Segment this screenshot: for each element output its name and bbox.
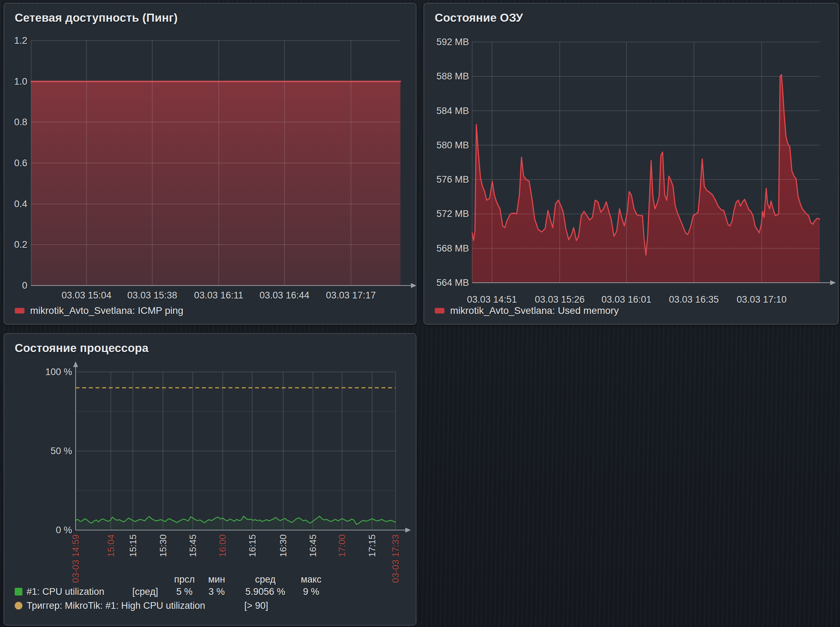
stat-max-value: 9 %	[283, 586, 339, 597]
y-tick-label: 0.2	[0, 239, 27, 250]
x-tick-label: 16:45	[308, 534, 318, 557]
ping-series-swatch	[15, 308, 25, 314]
panel-ram-state: Состояние ОЗУ mikrotik_Avto_Svetlana: Us…	[424, 3, 838, 325]
stats-header-min: мин	[189, 574, 245, 585]
y-tick-label: 576 MB	[424, 174, 469, 185]
y-tick-label: 1.2	[0, 35, 27, 46]
x-tick-label: 03.03 15:26	[521, 294, 598, 305]
x-tick-label: 16:00	[217, 534, 228, 557]
y-tick-label: 592 MB	[424, 36, 469, 47]
x-tick-label: 15:30	[158, 534, 169, 557]
x-tick-label: 03.03 14:51	[454, 294, 531, 305]
y-tick-label: 564 MB	[424, 277, 469, 288]
y-tick-label: 584 MB	[424, 105, 469, 117]
y-tick-label: 0.4	[0, 198, 27, 210]
x-tick-label: 03.03 16:01	[588, 294, 665, 305]
y-tick-label: 580 MB	[424, 140, 469, 151]
legend-item: mikrotik_Avto_Svetlana: ICMP ping	[15, 305, 183, 316]
y-tick-label: 0	[0, 280, 27, 291]
x-tick-label: 03.03 16:44	[246, 290, 323, 301]
cpu-series-swatch	[15, 588, 22, 595]
x-axis-arrow	[405, 528, 411, 532]
x-tick-label: 15:45	[188, 534, 198, 557]
legend-aggregation-mode: [сред]	[132, 586, 158, 597]
x-tick-label: 16:15	[247, 534, 258, 557]
y-tick-label: 588 MB	[424, 71, 469, 82]
y-tick-label: 572 MB	[424, 208, 469, 219]
y-tick-label: 50 %	[27, 446, 72, 457]
x-tick-label: 03-03 17:33	[390, 534, 401, 583]
x-tick-label: 17:15	[367, 534, 377, 557]
y-tick-label: 568 MB	[424, 243, 469, 254]
y-tick-label: 0 %	[27, 525, 72, 536]
x-tick-label: 16:30	[278, 534, 288, 557]
x-tick-label: 03.03 16:35	[656, 294, 733, 305]
x-tick-label: 03.03 17:10	[723, 294, 800, 305]
y-tick-label: 100 %	[27, 366, 72, 378]
legend-label: mikrotik_Avto_Svetlana: Used memory	[450, 305, 619, 316]
x-tick-label: 03.03 15:38	[114, 290, 191, 301]
x-tick-label: 03.03 17:17	[312, 290, 389, 301]
stats-header-max: макс	[283, 574, 339, 585]
x-tick-label: 15:15	[128, 534, 138, 557]
x-tick-label: 03-03 14:59	[70, 534, 81, 583]
legend-label: mikrotik_Avto_Svetlana: ICMP ping	[30, 305, 183, 316]
y-tick-label: 0.8	[0, 117, 27, 128]
stat-min-value: 3 %	[189, 586, 245, 597]
trigger-label: Триггер: MikroTik: #1: High CPU utilizat…	[27, 600, 205, 611]
ping-chart[interactable]	[4, 3, 416, 324]
y-tick-label: 0.6	[0, 158, 27, 169]
ram-series-swatch	[435, 308, 444, 314]
y-tick-label: 1.0	[0, 76, 27, 87]
zabbix-dashboard: { "colors": { "page_bg": "#171c22", "pan…	[0, 0, 840, 627]
panel-ping-availability: Сетевая доступность (Пинг) mikrotik_Avto…	[3, 3, 416, 325]
x-tick-label: 17:00	[337, 534, 347, 557]
x-tick-label: 15:04	[106, 534, 116, 557]
legend-label: #1: CPU utilization	[27, 586, 104, 597]
x-axis-arrow	[830, 280, 836, 285]
legend-item: mikrotik_Avto_Svetlana: Used memory	[435, 305, 619, 316]
cpu-area-fill	[76, 516, 396, 530]
x-axis-arrow	[411, 283, 416, 288]
panel-cpu-state: Состояние процессора прсл мин сред макс …	[3, 333, 416, 625]
trigger-swatch	[15, 602, 22, 610]
y-axis-arrow	[73, 361, 78, 367]
trigger-threshold: [> 90]	[244, 600, 268, 611]
ram-chart[interactable]	[424, 3, 838, 324]
